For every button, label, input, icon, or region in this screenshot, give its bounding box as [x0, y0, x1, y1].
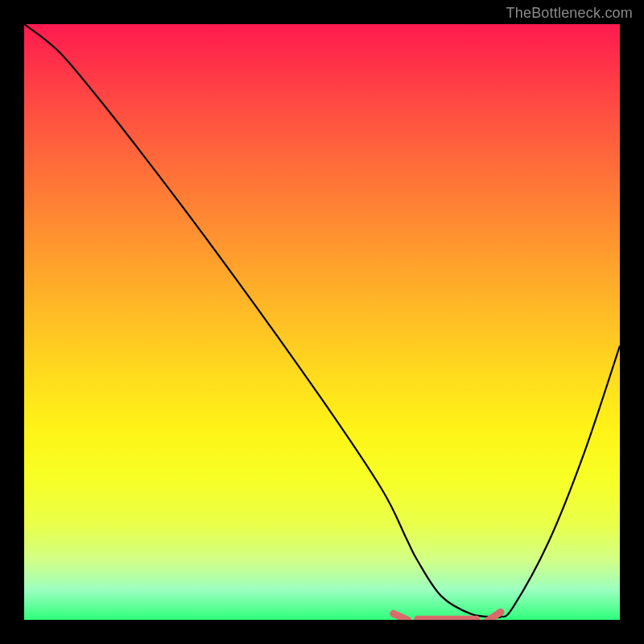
bottleneck-curve-line: [24, 24, 620, 617]
chart-frame: TheBottleneck.com: [0, 0, 644, 644]
optimal-marker-right: [486, 612, 501, 620]
optimal-marker-left: [394, 613, 408, 620]
bottleneck-curve-svg: [24, 24, 620, 620]
plot-area: [24, 24, 620, 620]
watermark-text: TheBottleneck.com: [506, 5, 633, 22]
